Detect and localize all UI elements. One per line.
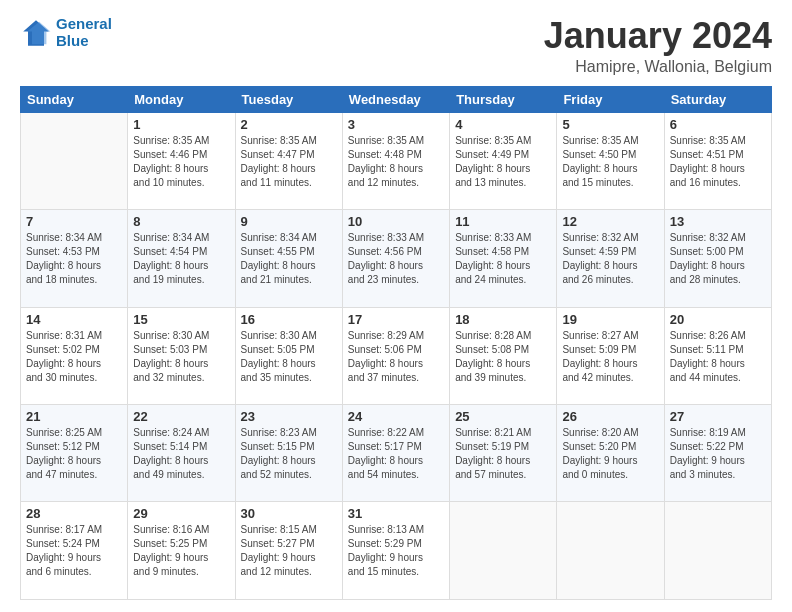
day-info: Sunset: 5:15 PM [241, 440, 337, 454]
weekday-header-monday: Monday [128, 86, 235, 112]
calendar-cell [21, 112, 128, 209]
day-info: Daylight: 8 hours [562, 259, 658, 273]
day-info: Daylight: 8 hours [455, 357, 551, 371]
page: General Blue January 2024 Hamipre, Wallo… [0, 0, 792, 612]
day-number: 23 [241, 409, 337, 424]
day-info: Sunset: 4:53 PM [26, 245, 122, 259]
day-info: Sunrise: 8:32 AM [562, 231, 658, 245]
day-number: 25 [455, 409, 551, 424]
day-info: Sunset: 5:05 PM [241, 343, 337, 357]
calendar-cell: 31Sunrise: 8:13 AMSunset: 5:29 PMDayligh… [342, 502, 449, 600]
calendar-cell: 21Sunrise: 8:25 AMSunset: 5:12 PMDayligh… [21, 405, 128, 502]
day-info: Sunrise: 8:17 AM [26, 523, 122, 537]
calendar-cell: 12Sunrise: 8:32 AMSunset: 4:59 PMDayligh… [557, 210, 664, 307]
day-info: and 42 minutes. [562, 371, 658, 385]
calendar-cell: 30Sunrise: 8:15 AMSunset: 5:27 PMDayligh… [235, 502, 342, 600]
day-info: Sunset: 5:14 PM [133, 440, 229, 454]
day-info: Daylight: 8 hours [455, 259, 551, 273]
day-info: and 6 minutes. [26, 565, 122, 579]
day-info: and 26 minutes. [562, 273, 658, 287]
day-number: 27 [670, 409, 766, 424]
weekday-header-tuesday: Tuesday [235, 86, 342, 112]
day-info: Daylight: 8 hours [670, 259, 766, 273]
day-info: Sunrise: 8:34 AM [241, 231, 337, 245]
day-info: Sunrise: 8:33 AM [455, 231, 551, 245]
day-info: Sunset: 4:46 PM [133, 148, 229, 162]
day-info: Daylight: 8 hours [562, 162, 658, 176]
day-info: Sunrise: 8:35 AM [562, 134, 658, 148]
day-info: Daylight: 9 hours [670, 454, 766, 468]
day-info: Sunrise: 8:35 AM [133, 134, 229, 148]
day-info: Sunset: 4:58 PM [455, 245, 551, 259]
day-info: and 30 minutes. [26, 371, 122, 385]
day-number: 8 [133, 214, 229, 229]
day-info: Daylight: 8 hours [133, 162, 229, 176]
day-info: Daylight: 8 hours [26, 259, 122, 273]
day-info: Sunset: 5:08 PM [455, 343, 551, 357]
day-info: Sunset: 4:51 PM [670, 148, 766, 162]
day-info: Sunrise: 8:25 AM [26, 426, 122, 440]
calendar-cell: 14Sunrise: 8:31 AMSunset: 5:02 PMDayligh… [21, 307, 128, 404]
day-info: and 47 minutes. [26, 468, 122, 482]
calendar-cell: 2Sunrise: 8:35 AMSunset: 4:47 PMDaylight… [235, 112, 342, 209]
calendar-cell: 29Sunrise: 8:16 AMSunset: 5:25 PMDayligh… [128, 502, 235, 600]
weekday-header-saturday: Saturday [664, 86, 771, 112]
day-number: 16 [241, 312, 337, 327]
day-info: Daylight: 8 hours [348, 357, 444, 371]
calendar-cell: 20Sunrise: 8:26 AMSunset: 5:11 PMDayligh… [664, 307, 771, 404]
day-info: and 23 minutes. [348, 273, 444, 287]
day-info: Sunset: 5:19 PM [455, 440, 551, 454]
day-info: Sunrise: 8:24 AM [133, 426, 229, 440]
day-number: 5 [562, 117, 658, 132]
day-info: Sunset: 5:12 PM [26, 440, 122, 454]
logo-icon [20, 17, 52, 49]
day-info: Sunrise: 8:35 AM [455, 134, 551, 148]
day-info: Daylight: 8 hours [133, 259, 229, 273]
day-info: Sunrise: 8:27 AM [562, 329, 658, 343]
calendar-cell [450, 502, 557, 600]
day-info: Sunrise: 8:35 AM [348, 134, 444, 148]
calendar-cell: 23Sunrise: 8:23 AMSunset: 5:15 PMDayligh… [235, 405, 342, 502]
day-info: and 39 minutes. [455, 371, 551, 385]
day-number: 21 [26, 409, 122, 424]
day-info: and 44 minutes. [670, 371, 766, 385]
calendar-cell: 9Sunrise: 8:34 AMSunset: 4:55 PMDaylight… [235, 210, 342, 307]
day-info: and 21 minutes. [241, 273, 337, 287]
subtitle: Hamipre, Wallonia, Belgium [544, 58, 772, 76]
day-info: Sunrise: 8:31 AM [26, 329, 122, 343]
day-info: Sunrise: 8:33 AM [348, 231, 444, 245]
day-info: Sunset: 5:17 PM [348, 440, 444, 454]
day-info: Sunset: 5:09 PM [562, 343, 658, 357]
calendar-week-row: 21Sunrise: 8:25 AMSunset: 5:12 PMDayligh… [21, 405, 772, 502]
calendar-cell: 25Sunrise: 8:21 AMSunset: 5:19 PMDayligh… [450, 405, 557, 502]
day-info: and 15 minutes. [562, 176, 658, 190]
calendar-cell: 13Sunrise: 8:32 AMSunset: 5:00 PMDayligh… [664, 210, 771, 307]
day-info: Sunrise: 8:15 AM [241, 523, 337, 537]
day-info: Daylight: 9 hours [241, 551, 337, 565]
calendar-header-row: SundayMondayTuesdayWednesdayThursdayFrid… [21, 86, 772, 112]
calendar-cell: 26Sunrise: 8:20 AMSunset: 5:20 PMDayligh… [557, 405, 664, 502]
day-number: 22 [133, 409, 229, 424]
calendar-week-row: 1Sunrise: 8:35 AMSunset: 4:46 PMDaylight… [21, 112, 772, 209]
day-number: 9 [241, 214, 337, 229]
title-block: January 2024 Hamipre, Wallonia, Belgium [544, 16, 772, 76]
day-info: Daylight: 8 hours [670, 162, 766, 176]
day-info: Sunset: 4:50 PM [562, 148, 658, 162]
day-info: Sunset: 5:24 PM [26, 537, 122, 551]
day-info: Sunset: 5:22 PM [670, 440, 766, 454]
day-info: Daylight: 8 hours [455, 162, 551, 176]
day-info: and 54 minutes. [348, 468, 444, 482]
day-info: Daylight: 8 hours [348, 259, 444, 273]
day-info: Sunset: 5:06 PM [348, 343, 444, 357]
day-info: Sunrise: 8:35 AM [241, 134, 337, 148]
day-info: Sunset: 5:11 PM [670, 343, 766, 357]
day-info: and 3 minutes. [670, 468, 766, 482]
day-number: 28 [26, 506, 122, 521]
logo-text: General Blue [56, 16, 112, 49]
day-info: Sunset: 4:55 PM [241, 245, 337, 259]
header: General Blue January 2024 Hamipre, Wallo… [20, 16, 772, 76]
day-number: 7 [26, 214, 122, 229]
day-number: 19 [562, 312, 658, 327]
weekday-header-friday: Friday [557, 86, 664, 112]
calendar-cell: 6Sunrise: 8:35 AMSunset: 4:51 PMDaylight… [664, 112, 771, 209]
